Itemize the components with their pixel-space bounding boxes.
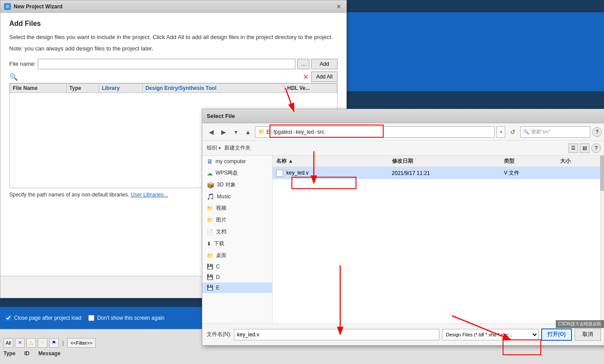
search-icon: 🔍 [9,73,18,81]
sf-sidebar-my-computer[interactable]: 🖥 my computer [202,156,272,167]
sf-sidebar-desktop[interactable]: 📁 桌面 [202,250,272,261]
sf-file-date: 2021/9/17 11:21 [388,167,500,179]
delete-icon: ✕ [303,73,309,81]
sf-sidebar-images[interactable]: 📁 图片 [202,214,272,226]
sf-col-date[interactable]: 修改日期 [388,156,500,167]
sf-path-part3: src [317,129,324,135]
sf-sidebar-music[interactable]: 🎵 Music [202,191,272,202]
sf-sidebar-drive-c[interactable]: 💾 C [202,261,272,272]
sf-sidebar-docs[interactable]: 📄 文档 [202,226,272,238]
sf-path-dropdown-btn[interactable]: ▾ [496,126,505,138]
close-page-label: Close page after project load [14,315,81,321]
sf-view-btns: ☰ ▤ ? [568,143,601,153]
wizard-icon: ⚙ [4,3,11,10]
sf-sidebar-label-videos: 视频 [216,204,226,212]
sf-sidebar-label-drive-e: E [216,285,219,291]
cloud-icon: ☁ [207,170,213,177]
music-icon: 🎵 [207,193,214,200]
sf-path-sep2: › [293,129,295,135]
sf-filename-input[interactable] [234,329,439,340]
sf-dropdown-btn[interactable]: ▾ [230,127,241,137]
no-show-checkbox[interactable] [88,315,94,321]
sf-organize-item[interactable]: 组织 [207,144,221,152]
add-all-button[interactable]: Add All [311,71,338,82]
sf-path-box: 📁 E › fpgatest › key_led › src [255,126,495,138]
sf-address-bar: ◀ ▶ ▾ ▲ 📁 E › fpgatest › key_led › src ▾… [202,123,604,141]
sf-scrollbar[interactable] [600,156,604,323]
flag-icon-btn[interactable]: ⚑ [49,338,59,348]
sf-path-part1: fpgatest [273,129,292,135]
info-icon-btn[interactable]: ! [38,338,47,348]
sf-sidebar-wps[interactable]: ☁ WPS网盘 [202,167,272,179]
error-icon-btn[interactable]: ✕ [15,338,25,348]
all-btn[interactable]: All [4,338,13,348]
sf-main-area: 名称 ▲ 修改日期 类型 大小 key_led.v [273,156,604,323]
sf-sidebar: 🖥 my computer ☁ WPS网盘 📦 3D 对象 🎵 Music 📁 … [202,156,273,323]
sf-toolbar-help-btn[interactable]: ? [591,143,601,153]
file-icon [276,170,283,177]
sf-col-name[interactable]: 名称 ▲ [273,156,371,167]
sf-scroll-area: 名称 ▲ 修改日期 类型 大小 key_led.v [273,156,600,323]
bottom-blue-panel: Close page after project load Don't show… [0,307,204,329]
sf-main-with-scroll: 名称 ▲ 修改日期 类型 大小 key_led.v [273,156,604,323]
col-type: Type [66,83,99,93]
sf-sidebar-label-my-computer: my computer [216,158,246,164]
user-libraries-link[interactable]: User Libraries... [131,192,168,198]
file-input-row: File name: ... Add [9,59,338,69]
sf-help-btn[interactable]: ? [592,127,602,137]
sf-col-type[interactable]: 类型 [500,156,557,167]
sf-list-view-btn[interactable]: ☰ [568,143,578,153]
drive-c-icon: 💾 [207,264,213,270]
3d-icon: 📦 [207,182,214,189]
sf-forward-btn[interactable]: ▶ [218,127,229,137]
sf-sidebar-label-downloads: 下载 [214,240,224,247]
col-message-header: Message [38,350,61,357]
wizard-desc: Select the design files you want to incl… [9,33,338,42]
sf-cancel-button[interactable]: 取消 [575,328,601,341]
sf-file-extra [371,167,388,179]
no-show-label: Don't show this screen again [97,315,164,321]
sf-filename-label: 文件名(N): [207,331,231,338]
sf-new-folder-item[interactable]: 新建文件夹 [224,144,251,152]
col-hdl: HDL Ve... [284,83,337,93]
filter-btn[interactable]: <<Filter>> [67,338,95,348]
wizard-close-button[interactable]: ✕ [335,3,343,11]
sf-sidebar-label-docs: 文档 [216,228,226,236]
sf-up-btn[interactable]: ▲ [243,127,253,137]
wizard-titlebar: ⚙ New Project Wizard ✕ [0,0,346,13]
sf-titlebar: Select File [202,109,604,123]
sf-filetype-select[interactable]: Design Files (*.tdf *.vhd *.vhc... [442,329,539,340]
drive-e-icon: 💾 [207,285,213,291]
sf-file-type: V 文件 [500,167,557,179]
sf-sidebar-label-desktop: 桌面 [216,252,226,259]
sf-sidebar-label-music: Music [217,193,230,200]
file-name-input[interactable] [38,59,295,69]
sf-file-row-key-led[interactable]: key_led.v 2021/9/17 11:21 V 文件 [273,167,600,179]
toolbar-col-headers: Type ID Message [0,350,604,357]
sf-file-size [557,167,600,179]
sf-toolbar: 组织 新建文件夹 ☰ ▤ ? [202,141,604,156]
warning-icon-btn[interactable]: △ [26,338,36,348]
sf-sidebar-label-drive-d: D [216,274,220,280]
sf-refresh-btn[interactable]: ↺ [507,126,518,138]
close-page-checkbox[interactable] [5,315,11,321]
sf-col-size[interactable]: 大小 [557,156,600,167]
sf-details-view-btn[interactable]: ▤ [580,143,590,153]
sf-back-btn[interactable]: ◀ [206,127,216,137]
sf-sidebar-videos[interactable]: 📁 视频 [202,202,272,214]
sf-path-folder-icon: 📁 [258,129,265,135]
sf-open-button[interactable]: 打开(O) [541,328,572,341]
col-design-entry: Design Entry/Synthesis Tool [143,83,284,93]
downloads-icon: ⬇ [207,241,211,247]
sf-file-name: key_led.v [286,170,309,176]
sf-bottom-bar: 文件名(N): Design Files (*.tdf *.vhd *.vhc.… [202,323,604,345]
sf-sidebar-label-drive-c: C [216,264,220,270]
browse-button[interactable]: ... [297,59,309,69]
add-button[interactable]: Add [311,59,338,69]
divider: | [62,339,64,346]
sf-sidebar-downloads[interactable]: ⬇ 下载 [202,238,272,250]
sf-sidebar-drive-e[interactable]: 💾 E [202,282,272,293]
watermark: CSDN@大会晴就会暗 [556,320,604,328]
sf-sidebar-drive-d[interactable]: 💾 D [202,272,272,282]
sf-sidebar-3d[interactable]: 📦 3D 对象 [202,179,272,191]
